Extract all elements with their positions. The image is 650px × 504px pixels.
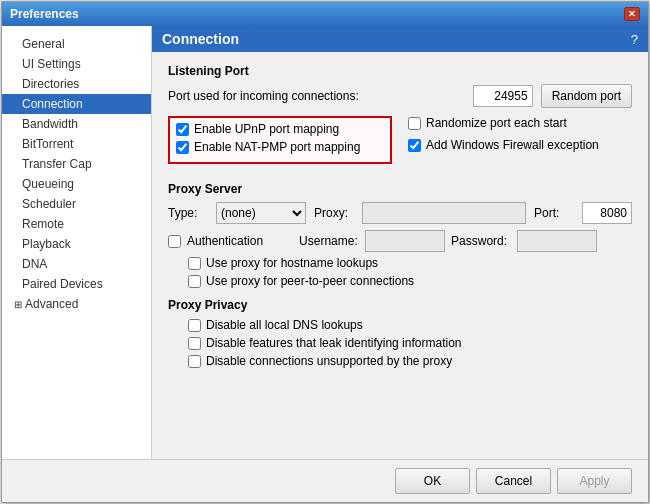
auth-row: Authentication Username: Password: xyxy=(168,230,632,252)
randomize-label: Randomize port each start xyxy=(426,116,567,130)
port-row: Port used for incoming connections: Rand… xyxy=(168,84,632,108)
p2p-checkbox-row: Use proxy for peer-to-peer connections xyxy=(188,274,632,288)
cancel-button[interactable]: Cancel xyxy=(476,468,551,494)
username-label: Username: xyxy=(299,234,359,248)
natpmp-label: Enable NAT-PMP port mapping xyxy=(194,140,360,154)
sidebar-item-scheduler[interactable]: Scheduler xyxy=(2,194,151,214)
password-label: Password: xyxy=(451,234,511,248)
proxy-type-label: Type: xyxy=(168,206,208,220)
close-button[interactable]: ✕ xyxy=(624,7,640,21)
natpmp-checkbox[interactable] xyxy=(176,141,189,154)
sidebar-item-bandwidth[interactable]: Bandwidth xyxy=(2,114,151,134)
hostname-checkbox[interactable] xyxy=(188,257,201,270)
proxy-section-label: Proxy Server xyxy=(168,182,632,196)
sidebar-item-playback[interactable]: Playback xyxy=(2,234,151,254)
hostname-label: Use proxy for hostname lookups xyxy=(206,256,378,270)
footer: OK Cancel Apply xyxy=(2,459,648,502)
sidebar-item-paired-devices[interactable]: Paired Devices xyxy=(2,274,151,294)
highlighted-checkboxes: Enable UPnP port mapping Enable NAT-PMP … xyxy=(168,116,392,164)
sidebar-item-general[interactable]: General xyxy=(2,34,151,54)
apply-button[interactable]: Apply xyxy=(557,468,632,494)
sidebar-item-bittorrent[interactable]: BitTorrent xyxy=(2,134,151,154)
proxy-host-label: Proxy: xyxy=(314,206,354,220)
auth-checkbox[interactable] xyxy=(168,235,181,248)
sidebar-item-queueing[interactable]: Queueing xyxy=(2,174,151,194)
content-area: General UI Settings Directories Connecti… xyxy=(2,26,648,459)
sidebar-item-ui-settings[interactable]: UI Settings xyxy=(2,54,151,74)
port-description: Port used for incoming connections: xyxy=(168,89,465,103)
username-input[interactable] xyxy=(365,230,445,252)
right-checkboxes: Randomize port each start Add Windows Fi… xyxy=(408,116,632,172)
panel-header: Connection ? xyxy=(152,26,648,52)
p2p-checkbox[interactable] xyxy=(188,275,201,288)
upnp-label: Enable UPnP port mapping xyxy=(194,122,339,136)
password-input[interactable] xyxy=(517,230,597,252)
sidebar: General UI Settings Directories Connecti… xyxy=(2,26,152,459)
title-bar: Preferences ✕ xyxy=(2,2,648,26)
proxy-host-input[interactable] xyxy=(362,202,526,224)
title-bar-controls: ✕ xyxy=(624,7,640,21)
unsupported-label: Disable connections unsupported by the p… xyxy=(206,354,452,368)
preferences-window: Preferences ✕ General UI Settings Direct… xyxy=(1,1,649,503)
firewall-label: Add Windows Firewall exception xyxy=(426,138,599,152)
port-input[interactable] xyxy=(473,85,533,107)
leak-checkbox[interactable] xyxy=(188,337,201,350)
sidebar-item-connection[interactable]: Connection xyxy=(2,94,151,114)
expand-icon: ⊞ xyxy=(14,299,22,310)
left-checkboxes: Enable UPnP port mapping Enable NAT-PMP … xyxy=(168,116,392,172)
leak-checkbox-row: Disable features that leak identifying i… xyxy=(188,336,632,350)
hostname-checkbox-row: Use proxy for hostname lookups xyxy=(188,256,632,270)
proxy-type-row: Type: (none) HTTP SOCKS4 SOCKS5 Proxy: P… xyxy=(168,202,632,224)
proxy-port-input[interactable] xyxy=(582,202,632,224)
dns-checkbox-row: Disable all local DNS lookups xyxy=(188,318,632,332)
panel-title: Connection xyxy=(162,31,239,47)
unsupported-checkbox-row: Disable connections unsupported by the p… xyxy=(188,354,632,368)
main-panel: Connection ? Listening Port Port used fo… xyxy=(152,26,648,459)
auth-label: Authentication xyxy=(187,234,263,248)
p2p-label: Use proxy for peer-to-peer connections xyxy=(206,274,414,288)
random-port-button[interactable]: Random port xyxy=(541,84,632,108)
leak-label: Disable features that leak identifying i… xyxy=(206,336,461,350)
dns-label: Disable all local DNS lookups xyxy=(206,318,363,332)
sidebar-item-directories[interactable]: Directories xyxy=(2,74,151,94)
ok-button[interactable]: OK xyxy=(395,468,470,494)
firewall-checkbox[interactable] xyxy=(408,139,421,152)
checkbox-area: Enable UPnP port mapping Enable NAT-PMP … xyxy=(168,116,632,172)
unsupported-checkbox[interactable] xyxy=(188,355,201,368)
proxy-section: Proxy Server Type: (none) HTTP SOCKS4 SO… xyxy=(168,182,632,288)
proxy-port-label: Port: xyxy=(534,206,574,220)
firewall-checkbox-row: Add Windows Firewall exception xyxy=(408,138,632,152)
upnp-checkbox-row: Enable UPnP port mapping xyxy=(176,122,384,136)
sidebar-item-transfer-cap[interactable]: Transfer Cap xyxy=(2,154,151,174)
dns-checkbox[interactable] xyxy=(188,319,201,332)
sidebar-item-advanced[interactable]: ⊞Advanced xyxy=(2,294,151,314)
help-button[interactable]: ? xyxy=(631,32,638,47)
privacy-section-label: Proxy Privacy xyxy=(168,298,632,312)
randomize-checkbox[interactable] xyxy=(408,117,421,130)
proxy-type-select[interactable]: (none) HTTP SOCKS4 SOCKS5 xyxy=(216,202,306,224)
sidebar-item-dna[interactable]: DNA xyxy=(2,254,151,274)
randomize-checkbox-row: Randomize port each start xyxy=(408,116,632,130)
listening-port-label: Listening Port xyxy=(168,64,632,78)
sidebar-item-remote[interactable]: Remote xyxy=(2,214,151,234)
upnp-checkbox[interactable] xyxy=(176,123,189,136)
window-title: Preferences xyxy=(10,7,79,21)
natpmp-checkbox-row: Enable NAT-PMP port mapping xyxy=(176,140,384,154)
privacy-section: Proxy Privacy Disable all local DNS look… xyxy=(168,298,632,368)
